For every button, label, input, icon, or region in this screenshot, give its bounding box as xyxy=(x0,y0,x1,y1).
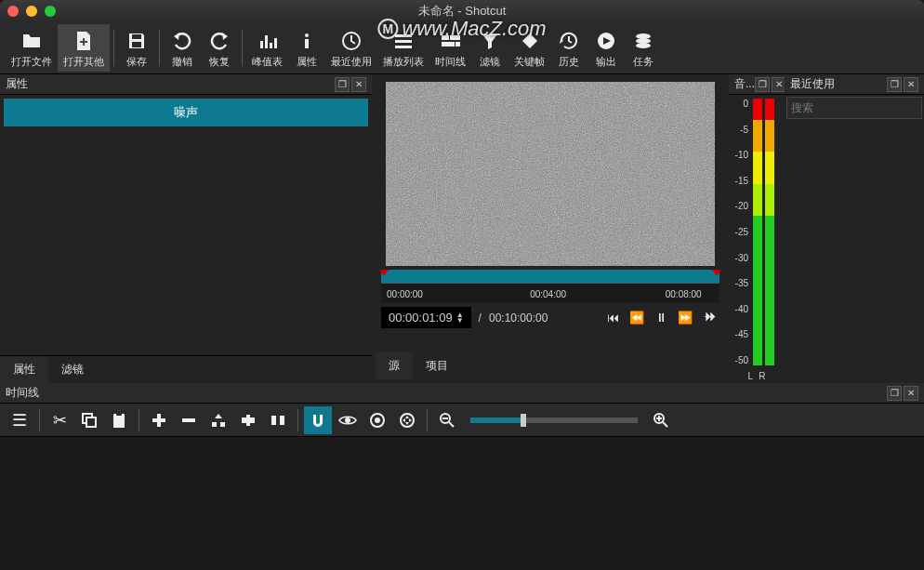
history-icon xyxy=(556,28,582,54)
svg-rect-5 xyxy=(274,38,277,48)
snap-button[interactable] xyxy=(304,406,332,434)
ripple-button[interactable] xyxy=(363,406,391,434)
panel-close-button[interactable]: ✕ xyxy=(904,77,918,92)
svg-rect-29 xyxy=(220,422,225,427)
svg-rect-13 xyxy=(450,35,460,40)
jobs-button[interactable]: 任务 xyxy=(625,24,662,72)
panel-close-button[interactable]: ✕ xyxy=(904,386,918,401)
meter-label-l: L xyxy=(748,371,754,381)
timeline-toolbar: ☰ ✂ xyxy=(0,404,924,437)
append-button[interactable] xyxy=(145,406,173,434)
svg-rect-10 xyxy=(395,40,412,43)
undo-button[interactable]: 撤销 xyxy=(164,24,201,72)
duration-display: 00:10:00:00 xyxy=(489,312,548,325)
history-button[interactable]: 历史 xyxy=(550,24,587,72)
skip-previous-button[interactable]: ⏮ xyxy=(602,308,623,328)
timecode-stepper-icon[interactable]: ▲▼ xyxy=(456,312,464,324)
svg-rect-32 xyxy=(246,415,250,426)
properties-button[interactable]: 属性 xyxy=(288,24,325,72)
export-button[interactable]: 输出 xyxy=(587,24,625,72)
rewind-button[interactable]: ⏪ xyxy=(627,308,647,328)
maximize-window-button[interactable] xyxy=(45,6,56,17)
overwrite-button[interactable] xyxy=(234,406,262,434)
timeline-button[interactable]: 时间线 xyxy=(429,24,471,72)
panel-close-button[interactable]: ✕ xyxy=(351,77,366,92)
tab-properties[interactable]: 属性 xyxy=(0,356,48,383)
panel-float-button[interactable]: ❐ xyxy=(887,77,902,92)
scrubber-bar[interactable] xyxy=(381,270,719,283)
playlist-button[interactable]: 播放列表 xyxy=(377,24,429,72)
timecode-display[interactable]: 00:00:01:09 ▲▼ xyxy=(381,307,471,328)
remove-button[interactable] xyxy=(175,406,203,434)
timeline-tracks-area[interactable] xyxy=(0,437,924,567)
properties-panel-title: 属性 xyxy=(6,76,28,92)
svg-rect-34 xyxy=(280,416,284,425)
panel-float-button[interactable]: ❐ xyxy=(755,77,770,92)
svg-rect-28 xyxy=(212,422,217,427)
close-window-button[interactable] xyxy=(7,6,19,17)
svg-rect-7 xyxy=(305,39,309,48)
keyframes-button[interactable]: 关键帧 xyxy=(508,24,550,72)
recent-button[interactable]: 最近使用 xyxy=(325,24,377,72)
svg-rect-15 xyxy=(455,42,460,46)
timeline-menu-button[interactable]: ☰ xyxy=(6,406,33,434)
redo-icon xyxy=(206,28,232,54)
tab-project[interactable]: 项目 xyxy=(413,352,461,379)
lift-button[interactable] xyxy=(205,406,232,434)
zoom-out-button[interactable] xyxy=(433,406,461,434)
in-point-marker[interactable] xyxy=(379,270,389,276)
ripple-all-button[interactable] xyxy=(393,406,421,434)
panel-float-button[interactable]: ❐ xyxy=(887,386,902,401)
filters-button[interactable]: 滤镜 xyxy=(471,24,508,72)
svg-rect-11 xyxy=(395,46,412,48)
panel-float-button[interactable]: ❐ xyxy=(335,77,350,92)
list-icon xyxy=(390,28,416,54)
scrub-button[interactable] xyxy=(334,406,362,434)
svg-rect-22 xyxy=(86,418,96,427)
video-preview[interactable] xyxy=(386,82,715,266)
meter-scale: 0-5-10 -15-20-25 -30-35-40 -45-50 xyxy=(731,99,751,365)
split-button[interactable] xyxy=(264,406,292,434)
svg-rect-4 xyxy=(270,43,272,48)
save-button[interactable]: 保存 xyxy=(118,24,155,72)
noise-image xyxy=(386,82,715,266)
svg-rect-24 xyxy=(116,412,122,416)
paste-button[interactable] xyxy=(105,406,133,434)
fast-forward-button[interactable]: ⏩ xyxy=(675,308,695,328)
peak-meter-button[interactable]: 峰值表 xyxy=(246,24,288,72)
skip-next-button[interactable]: ⯮ xyxy=(699,308,719,328)
tab-filters[interactable]: 滤镜 xyxy=(48,356,97,383)
title-bar: 未命名 - Shotcut xyxy=(0,0,924,22)
svg-rect-14 xyxy=(442,42,455,46)
zoom-in-button[interactable] xyxy=(647,406,675,434)
meter-bar-left xyxy=(753,99,762,365)
minimize-window-button[interactable] xyxy=(26,6,37,17)
svg-rect-33 xyxy=(271,416,276,425)
svg-line-43 xyxy=(663,422,667,427)
recent-search-input[interactable] xyxy=(786,97,922,119)
redo-button[interactable]: 恢复 xyxy=(201,24,238,72)
time-ruler[interactable]: 00:00:00 00:04:00 00:08:00 xyxy=(381,283,719,303)
main-toolbar: 打开文件 打开其他 保存 撤销 恢复 峰值表 属性 最近使用 播放列表 时间线 … xyxy=(0,22,924,74)
svg-rect-20 xyxy=(386,82,715,266)
stack-icon xyxy=(630,28,656,54)
svg-rect-0 xyxy=(132,34,141,39)
clip-name-header[interactable]: 噪声 xyxy=(4,99,368,126)
audio-panel-title: 音... xyxy=(734,76,755,92)
svg-point-6 xyxy=(305,33,309,37)
zoom-slider[interactable] xyxy=(470,418,638,423)
out-point-marker[interactable] xyxy=(712,270,721,276)
save-icon xyxy=(124,28,150,54)
svg-rect-2 xyxy=(260,41,263,48)
timeline-panel: 时间线 ❐ ✕ ☰ ✂ xyxy=(0,383,924,567)
recent-panel: 最近使用 ❐ ✕ xyxy=(785,74,924,383)
filter-icon xyxy=(477,28,503,54)
copy-button[interactable] xyxy=(75,406,103,434)
play-pause-button[interactable]: ⏸ xyxy=(651,308,671,328)
open-other-button[interactable]: 打开其他 xyxy=(58,24,110,72)
tab-source[interactable]: 源 xyxy=(376,352,413,379)
open-file-button[interactable]: 打开文件 xyxy=(6,24,58,72)
cut-button[interactable]: ✂ xyxy=(46,406,73,434)
info-icon xyxy=(294,28,320,54)
svg-rect-26 xyxy=(152,418,165,422)
